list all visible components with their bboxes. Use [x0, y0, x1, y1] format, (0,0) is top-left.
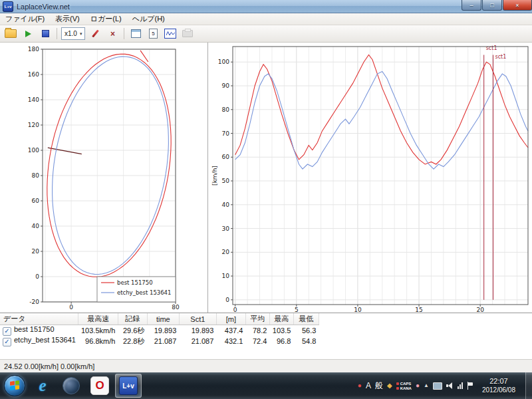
row-checkbox[interactable]: ✓ [3, 327, 11, 336]
maximize-icon: □ [490, 2, 493, 9]
taskbar-app-internet-explorer[interactable]: e [29, 374, 56, 398]
report-button[interactable]: 5 [146, 27, 160, 41]
caps-label: CAPS [400, 382, 412, 386]
cell-sct1: 19.893 [179, 325, 216, 336]
col-header-sct1[interactable]: Sct1 [179, 313, 216, 325]
lap-name: etchy_best 153641 [14, 336, 76, 344]
cell-min: 54.8 [293, 336, 319, 346]
minimize-icon: – [469, 2, 473, 9]
window-controls: – □ × [461, 0, 532, 11]
col-header-record[interactable]: 記録 [118, 313, 147, 325]
stop-logging-button[interactable] [38, 27, 53, 41]
ime-mode-general[interactable]: 般 [375, 380, 383, 392]
svg-text:20: 20 [222, 249, 230, 255]
svg-text:0: 0 [225, 297, 229, 303]
menu-logger[interactable]: ロガー(L) [85, 13, 127, 25]
display-tray-icon[interactable] [433, 382, 442, 390]
col-header-time[interactable]: time [147, 313, 179, 325]
marker-pen-button[interactable] [88, 27, 102, 41]
svg-text:0: 0 [233, 307, 237, 313]
action-center-flag-icon[interactable] [467, 382, 473, 390]
ime-lock-indicators[interactable]: CAPS KANA [396, 382, 412, 390]
col-header-min[interactable]: 最低 [293, 313, 319, 325]
menu-view[interactable]: 表示(V) [50, 13, 85, 25]
cell-topspeed: 96.8km/h [78, 336, 118, 346]
svg-text:180: 180 [28, 46, 39, 53]
clock-time: 22:07 [482, 377, 515, 386]
app-icon: L+v [3, 1, 13, 12]
zoom-value: x1.0 [65, 30, 77, 37]
svg-text:140: 140 [28, 96, 39, 103]
svg-text:60: 60 [32, 198, 40, 204]
track-map-chart[interactable]: -20020406080100120140160180080best 15175… [0, 43, 207, 313]
graph-view-button[interactable] [163, 27, 178, 41]
table-header-row: データ 最高速 記録 time Sct1 [m] 平均 最高 最低 [0, 313, 319, 325]
menu-file[interactable]: ファイル(F) [0, 13, 50, 25]
stop-icon [42, 30, 49, 37]
notification-icon[interactable]: ● [358, 382, 362, 389]
tray-app-icon[interactable]: ● [416, 382, 420, 389]
taskbar-app-browser[interactable] [58, 374, 84, 398]
open-file-button[interactable] [3, 27, 18, 41]
start-button[interactable] [4, 375, 25, 396]
svg-text:70: 70 [222, 130, 230, 137]
maximize-button[interactable]: □ [482, 0, 502, 11]
folder-icon [5, 29, 17, 38]
speed-trace-chart[interactable]: sct1sct1010203040506070809010005101520[k… [209, 43, 532, 313]
cell-average: 72.4 [245, 336, 269, 346]
opera-icon-label: O [95, 379, 104, 392]
delete-button[interactable]: × [105, 27, 120, 41]
volume-icon[interactable] [446, 382, 454, 390]
row-checkbox[interactable]: ✓ [3, 338, 11, 346]
report-icon: 5 [149, 29, 158, 39]
tile-windows-button[interactable] [128, 27, 143, 41]
taskbar-app-opera[interactable]: O [86, 374, 113, 398]
titlebar: L+v LaplaceView.net – □ × [0, 0, 532, 13]
zoom-select[interactable]: x1.0 ▾ [61, 27, 85, 40]
svg-text:0: 0 [35, 273, 39, 280]
cell-max: 103.5 [269, 325, 293, 336]
table-row[interactable]: ✓etchy_best 153641 96.8km/h 22.8秒 21.087… [0, 336, 319, 346]
internet-explorer-icon: e [39, 378, 46, 394]
app-icon-label: L+v [5, 5, 12, 9]
security-tray-icon[interactable]: ◆ [387, 382, 392, 389]
status-text: 24.52 0.00[km/h] 0.00[km/h] [4, 362, 94, 370]
window-tile-icon [131, 29, 141, 38]
speed-chart-panel: sct1sct1010203040506070809010005101520[k… [209, 43, 532, 313]
network-icon[interactable] [458, 382, 463, 389]
svg-text:0: 0 [69, 304, 73, 311]
svg-text:etchy_best 153641: etchy_best 153641 [117, 289, 171, 296]
col-header-average[interactable]: 平均 [245, 313, 269, 325]
col-header-data[interactable]: データ [0, 313, 78, 325]
show-desktop-button[interactable] [525, 372, 532, 399]
col-header-meters[interactable]: [m] [216, 313, 245, 325]
taskbar-apps: e O L+v [29, 374, 142, 398]
taskbar-app-laplaceview[interactable]: L+v [115, 374, 142, 398]
system-tray: ● A 般 ◆ CAPS KANA ● ▲ 22:07 2012/06/08 [358, 372, 532, 399]
laplaceview-icon: L+v [119, 376, 138, 395]
svg-text:120: 120 [28, 122, 39, 128]
cell-min: 56.3 [293, 325, 319, 336]
svg-text:40: 40 [32, 223, 40, 229]
close-button[interactable]: × [503, 0, 532, 11]
start-logging-button[interactable] [21, 27, 35, 41]
svg-text:80: 80 [222, 106, 230, 113]
desktop-screen: L+v LaplaceView.net – □ × ファイル(F) 表示(V) … [0, 0, 532, 399]
minimize-button[interactable]: – [462, 0, 481, 11]
tray-clock[interactable]: 22:07 2012/06/08 [477, 377, 520, 394]
clock-date: 2012/06/08 [482, 386, 515, 394]
svg-text:10: 10 [222, 273, 230, 279]
laplaceview-icon-label: L+v [122, 382, 134, 390]
col-header-max[interactable]: 最高 [269, 313, 293, 325]
cell-record: 29.6秒 [118, 325, 147, 336]
menu-help[interactable]: ヘルプ(H) [127, 13, 170, 25]
svg-text:100: 100 [28, 147, 39, 154]
show-hidden-icons-button[interactable]: ▲ [424, 382, 429, 389]
svg-text:100: 100 [218, 59, 229, 65]
svg-text:50: 50 [222, 178, 230, 184]
col-header-topspeed[interactable]: 最高速 [78, 313, 118, 325]
ime-mode-direct[interactable]: A [366, 381, 371, 390]
play-icon [25, 31, 31, 37]
table-row[interactable]: ✓best 151750 103.5km/h 29.6秒 19.893 19.8… [0, 325, 319, 336]
print-button[interactable] [180, 27, 195, 41]
